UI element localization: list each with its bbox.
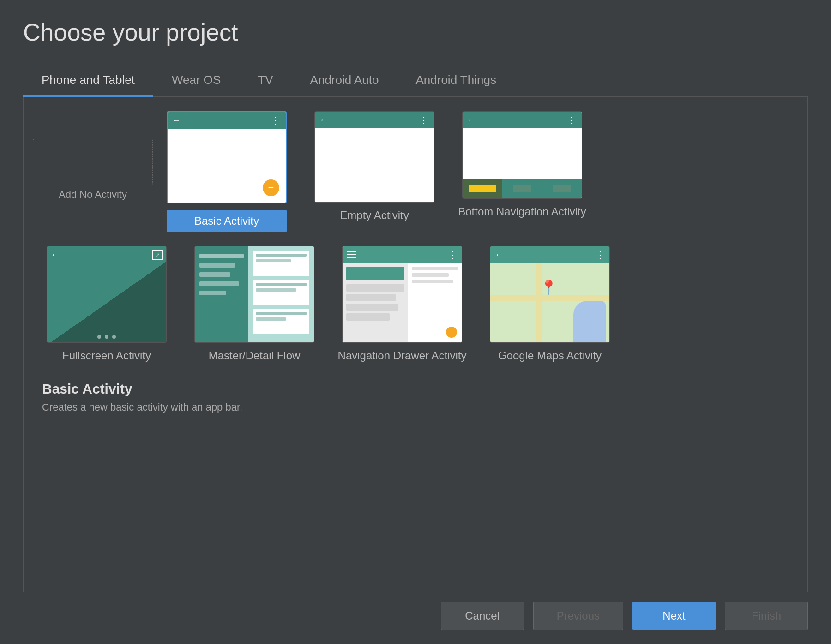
google-maps-card: ← ⋮ 📍: [490, 246, 610, 343]
dots-icon: ⋮: [448, 249, 457, 260]
previous-button[interactable]: Previous: [533, 602, 623, 630]
basic-activity-preview: ← ⋮ +: [168, 112, 286, 203]
back-arrow-icon: ←: [319, 115, 328, 125]
bottom-navigation-label: Bottom Navigation Activity: [458, 205, 586, 218]
description-title: Basic Activity: [42, 381, 789, 397]
next-button[interactable]: Next: [632, 602, 716, 630]
expand-icon: ⤢: [152, 250, 163, 260]
empty-activity-label: Empty Activity: [340, 209, 409, 222]
add-no-activity-label: Add No Activity: [59, 189, 127, 201]
tab-android-things[interactable]: Android Things: [397, 65, 514, 97]
fullscreen-bar: ← ⤢: [51, 250, 163, 260]
map-pin-icon: 📍: [540, 280, 557, 294]
template-row-2: ← ⤢ Fullscreen Activity: [42, 246, 789, 362]
back-arrow-icon: ←: [495, 250, 503, 260]
back-arrow-icon: ←: [51, 250, 59, 260]
page-title: Choose your project: [23, 18, 808, 46]
template-grid: Add No Activity ← ⋮ + Basic Activity: [23, 97, 808, 592]
fab-icon: [446, 327, 457, 338]
empty-activity-preview: ← ⋮: [315, 112, 434, 202]
bottom-dots: [47, 335, 166, 339]
finish-button[interactable]: Finish: [725, 602, 808, 630]
add-no-activity-card: [33, 139, 153, 185]
master-detail-label: Master/Detail Flow: [209, 349, 301, 362]
empty-activity-card: ← ⋮: [314, 111, 434, 203]
detail-panel: [248, 246, 314, 342]
bottom-nav-card: ← ⋮: [462, 111, 582, 199]
fab-icon: +: [263, 179, 279, 196]
hamburger-icon: [347, 251, 356, 258]
template-empty-activity[interactable]: ← ⋮ Empty Activity: [310, 111, 439, 222]
footer: Cancel Previous Next Finish: [23, 592, 808, 630]
tab-bar: Phone and Tablet Wear OS TV Android Auto…: [23, 65, 808, 97]
bottom-nav-accent: [469, 185, 496, 192]
template-fullscreen-activity[interactable]: ← ⤢ Fullscreen Activity: [42, 246, 171, 362]
back-arrow-icon: ←: [172, 116, 181, 125]
tab-phone-and-tablet[interactable]: Phone and Tablet: [23, 65, 153, 97]
fullscreen-activity-label: Fullscreen Activity: [62, 349, 151, 362]
menu-dots-icon: ⋮: [419, 114, 429, 125]
master-detail-card: [194, 246, 314, 343]
bottom-nav-gray-2: [553, 185, 571, 192]
tab-wear-os[interactable]: Wear OS: [153, 65, 239, 97]
tab-android-auto[interactable]: Android Auto: [292, 65, 397, 97]
template-add-no-activity[interactable]: Add No Activity: [42, 111, 144, 201]
basic-activity-label: Basic Activity: [167, 210, 287, 232]
bottom-nav-preview: ← ⋮: [463, 112, 582, 198]
maps-body: 📍: [490, 263, 609, 342]
bottom-nav-gray: [513, 185, 531, 192]
master-panel: [195, 246, 248, 342]
menu-dots-icon: ⋮: [271, 115, 281, 126]
basic-activity-card: ← ⋮ +: [167, 111, 287, 203]
tab-tv[interactable]: TV: [239, 65, 291, 97]
drawer-panel: [343, 263, 408, 342]
description-area: Basic Activity Creates a new basic activ…: [42, 376, 789, 418]
nav-drawer-card: ⋮: [342, 246, 462, 343]
template-navigation-drawer[interactable]: ⋮: [337, 246, 467, 362]
template-basic-activity[interactable]: ← ⋮ + Basic Activity: [162, 111, 291, 232]
template-master-detail[interactable]: Master/Detail Flow: [190, 246, 319, 362]
template-row-1: Add No Activity ← ⋮ + Basic Activity: [42, 111, 789, 232]
main-content-panel: [408, 263, 462, 342]
fullscreen-card: ← ⤢: [47, 246, 167, 343]
nav-drawer-label: Navigation Drawer Activity: [338, 349, 467, 362]
google-maps-label: Google Maps Activity: [498, 349, 602, 362]
template-bottom-navigation[interactable]: ← ⋮: [458, 111, 587, 218]
description-text: Creates a new basic activity with an app…: [42, 401, 789, 413]
water-area: [573, 301, 606, 342]
menu-dots-icon: ⋮: [567, 114, 577, 125]
template-google-maps[interactable]: ← ⋮ 📍 Google Maps Activity: [485, 246, 614, 362]
back-arrow-icon: ←: [467, 115, 476, 125]
cancel-button[interactable]: Cancel: [441, 602, 524, 630]
dots-icon: ⋮: [596, 249, 605, 260]
